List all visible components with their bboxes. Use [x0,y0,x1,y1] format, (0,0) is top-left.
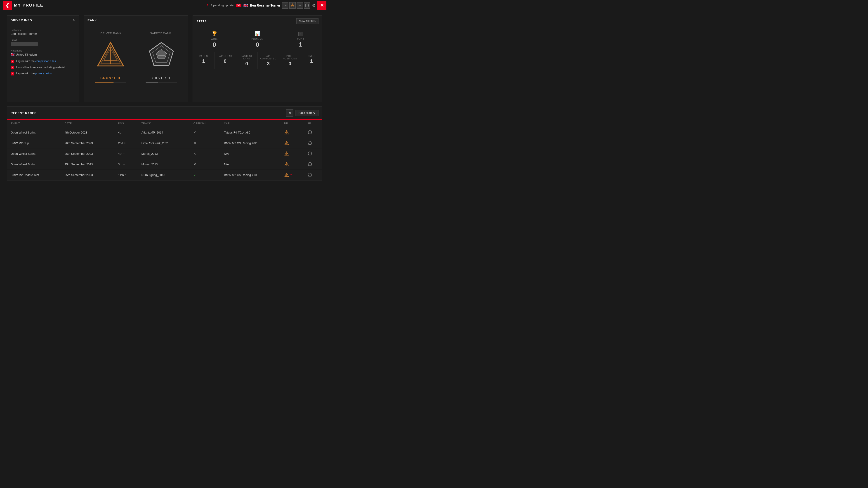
race-date-cell: 4th October 2023 [61,127,115,138]
safety-rank-progress-fill [146,83,158,84]
pole-positions-value: 0 [288,61,291,67]
edit-button[interactable]: ✎ [72,18,75,22]
page-title: MY PROFILE [14,3,204,8]
driver-rank-column: BRONZE II [95,37,126,84]
table-row[interactable]: BMW M2 Update Test 25th September 2023 1… [7,170,322,180]
rank-panel: RANK DRIVER RANK SAFETY RANK [84,15,188,102]
table-header-row: EVENT DATE POS TRACK OFFICIAL CAR DR SR [7,120,322,127]
pole-positions-stat: POLE POSITIONS 0 [279,52,301,69]
race-official-cell: ✕ [190,138,220,149]
checkbox-competition-rules: ✓ I agree with the competition rules [11,59,75,63]
pos-value: 2nd [118,141,123,145]
fastest-laps-stat: FASTEST LAPS 0 [236,52,258,69]
race-track-cell: AtlantaMP_2014 [138,127,190,138]
table-row[interactable]: Open Wheel Sprint 26th September 2023 4t… [7,149,322,159]
race-date-cell: 25th September 2023 [61,170,115,180]
table-row[interactable]: Open Wheel Sprint 25th September 2023 3r… [7,159,322,170]
checkbox2-label: I would like to receive marketing materi… [16,66,65,69]
race-sr-cell [304,170,322,180]
sr-pentagon-icon [307,151,312,156]
bronze-mini-icon [290,3,294,7]
fastest-laps-value: 0 [245,61,248,67]
pos-value: 3rd [118,163,123,166]
race-event-cell: Open Wheel Sprint [7,127,61,138]
view-all-stats-button[interactable]: View All Stats [296,18,318,24]
podiums-value: 0 [256,41,259,48]
dr-triangle-icon [284,140,289,145]
race-sr-cell [304,159,322,170]
rank-title: RANK [88,19,97,22]
race-dr-cell [281,159,304,170]
race-car-cell: BMW M2 CS Racing #10 [220,170,281,180]
svg-marker-26 [308,152,312,155]
svg-marker-15 [149,42,174,66]
dnfs-stat: DNF'S 1 [301,52,322,69]
silver-pentagon-icon [147,41,176,70]
close-button[interactable]: ✕ [317,1,327,10]
driver-rank-progress-fill [95,83,114,84]
back-button[interactable]: ❮ [3,1,12,10]
checkbox2[interactable]: ✓ [11,66,14,69]
recent-races-header: RECENT RACES ↻ Race History [7,107,322,120]
svg-marker-32 [308,173,312,176]
race-history-button[interactable]: Race History [295,110,318,116]
race-car-cell: N/A [220,159,281,170]
pos-eq-icon: = [123,163,125,166]
stats-bottom-row: RACES 1 LAPS LEAD 0 FASTEST LAPS 0 LAPS … [193,52,322,69]
refresh-icon: ↻ [207,3,210,7]
podiums-label: PODIUMS [251,38,264,40]
stats-panel: STATS View All Stats 🏆 WINS 0 📊 PODIUMS … [193,15,322,102]
bronze-rank-name: BRONZE II [100,76,121,80]
race-track-cell: Mores_2013 [138,159,190,170]
pos-eq-icon: = [123,131,125,134]
wins-value: 0 [213,41,216,48]
settings-button[interactable]: ⚙ [312,3,315,8]
fullname-label: Full name [11,29,75,31]
pending-update-text: 1 pending update [211,4,234,7]
races-table: EVENT DATE POS TRACK OFFICIAL CAR DR SR … [7,120,322,180]
race-track-cell: Nurburgring_2018 [138,170,190,180]
sr-pentagon-icon [307,140,312,145]
driver-rank-progress-bar [95,83,126,84]
race-event-cell: Open Wheel Sprint [7,159,61,170]
podiums-stat: 📊 PODIUMS 0 [236,27,279,52]
checkbox1-label: I agree with the competition rules [16,59,56,63]
race-date-cell: 25th September 2023 [61,159,115,170]
dr-triangle-icon [284,162,289,167]
svg-marker-29 [308,162,312,166]
table-row[interactable]: BMW M2 Cup 26th September 2023 2nd = Lim… [7,138,322,149]
race-track-cell: Mores_2013 [138,149,190,159]
recent-races-actions: ↻ Race History [286,109,318,117]
recent-races-title: RECENT RACES [11,111,37,115]
table-row[interactable]: Open Wheel Sprint 4th October 2023 4th =… [7,127,322,138]
laps-completed-value: 3 [267,61,270,67]
silver-mini-icon [305,3,309,7]
sr-pentagon-icon [307,172,312,177]
race-date-cell: 26th September 2023 [61,149,115,159]
pos-eq-icon: = [125,173,126,176]
race-car-cell: N/A [220,149,281,159]
dr-down-arrow: ▼ [290,174,292,176]
competition-rules-link[interactable]: competition rules [35,60,56,63]
race-date-cell: 26th September 2023 [61,138,115,149]
email-row: Email [11,39,75,46]
race-pos-cell: 2nd = [115,138,138,149]
fastest-laps-label: FASTEST LAPS [238,55,256,60]
privacy-policy-link[interactable]: privacy policy [35,72,52,75]
checkbox-marketing: ✓ I would like to receive marketing mate… [11,66,75,69]
laps-lead-label: LAPS LEAD [218,55,232,57]
race-official-cell: ✕ [190,149,220,159]
topbar: ❮ MY PROFILE ↻ 1 pending update G5 🇬🇧 Be… [0,0,329,11]
col-track: TRACK [138,120,190,127]
fullname-value: Ben Rossiter-Turner [11,32,75,35]
dr-label: DR [282,2,288,8]
race-car-cell: BMW M2 CS Racing #02 [220,138,281,149]
nationality-flag: 🇬🇧 [11,53,14,56]
races-refresh-button[interactable]: ↻ [286,109,293,117]
pos-value: 4th [118,152,122,156]
checkbox1[interactable]: ✓ [11,60,14,63]
top-panels: DRIVER INFO ✎ Full name Ben Rossiter-Tur… [7,15,322,102]
checkbox3[interactable]: ✓ [11,72,14,75]
col-official: OFFICIAL [190,120,220,127]
race-official-cell: ✕ [190,127,220,138]
